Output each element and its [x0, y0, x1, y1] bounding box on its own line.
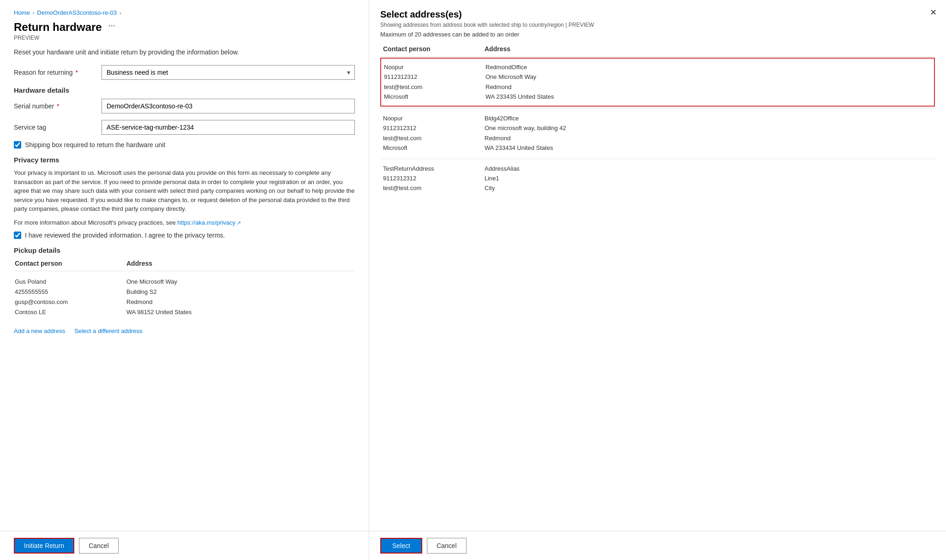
service-tag-input[interactable]	[102, 120, 355, 135]
breadcrumb-order[interactable]: DemoOrderAS3contoso-re-03	[37, 9, 117, 16]
reason-label: Reason for returning *	[14, 69, 97, 76]
addr3-city: City	[485, 183, 520, 193]
addr1-email: test@test.com	[384, 82, 485, 92]
addr2-name: Noopur	[383, 113, 485, 123]
agree-checkbox[interactable]	[14, 232, 21, 239]
address-line1: One Microsoft Way	[126, 277, 354, 287]
panel-note: Maximum of 20 addresses can be added to …	[380, 31, 935, 38]
page-description: Reset your hardware unit and initiate re…	[14, 48, 355, 56]
addr1-company: Microsoft	[384, 92, 485, 101]
addr-divider-2	[380, 159, 935, 159]
addr2-phone: 9112312312	[383, 123, 485, 133]
title-row: Return hardware PREVIEW ···	[14, 21, 355, 48]
hardware-section-title: Hardware details	[14, 86, 355, 94]
cancel-button-right[interactable]: Cancel	[427, 538, 467, 554]
addr1-contact: Noopur 9112312312 test@test.com Microsof…	[384, 62, 485, 102]
serial-input[interactable]	[102, 99, 355, 113]
pickup-table: Contact person Address Gus Poland 425555…	[14, 259, 355, 323]
service-tag-label: Service tag	[14, 124, 97, 131]
contact-email: gusp@contoso.com	[15, 297, 126, 307]
breadcrumb-sep1: ›	[33, 10, 35, 16]
contact-phone: 4255555555	[15, 287, 126, 297]
more-options-button[interactable]: ···	[107, 21, 117, 30]
addr1-city: Redmond	[485, 82, 554, 92]
addr3-contact: TestReturnAddress 9112312312 test@test.c…	[383, 164, 485, 193]
reason-row: Reason for returning * Business need is …	[14, 65, 355, 80]
add-new-address-link[interactable]: Add a new address	[14, 328, 65, 334]
agree-label: I have reviewed the provided information…	[25, 232, 225, 239]
right-bottom-bar: Select Cancel	[369, 531, 946, 560]
select-different-address-link[interactable]: Select a different address	[74, 328, 142, 334]
right-panel: ✕ Select address(es) Showing addresses f…	[369, 0, 946, 560]
addr2-line1: Bldg42Office	[485, 113, 566, 123]
addr-table-header: Contact person Address	[380, 45, 935, 57]
contact-company: Contoso LE	[15, 307, 126, 317]
service-tag-row: Service tag	[14, 120, 355, 135]
addr3-line2: Line1	[485, 173, 520, 183]
address-city: Redmond	[126, 297, 354, 307]
addr3-line1: AddressAlias	[485, 164, 520, 173]
pickup-col-contact: Contact person	[15, 260, 126, 271]
cancel-button-left[interactable]: Cancel	[79, 538, 119, 554]
privacy-text1: Your privacy is important to us. Microso…	[14, 168, 355, 214]
right-content: ✕ Select address(es) Showing addresses f…	[369, 0, 946, 531]
panel-subtitle: Showing addresses from address book with…	[380, 22, 935, 28]
pickup-data-row: Gus Poland 4255555555 gusp@contoso.com C…	[15, 272, 354, 322]
privacy-text2: For more information about Microsoft's p…	[14, 218, 355, 227]
pickup-col-address: Address	[126, 260, 354, 271]
address-row-3[interactable]: TestReturnAddress 9112312312 test@test.c…	[380, 160, 935, 197]
addr-col-address-header: Address	[485, 45, 510, 53]
pickup-section: Pickup details Contact person Address Gu…	[14, 246, 355, 334]
close-button[interactable]: ✕	[930, 7, 937, 18]
serial-label: Serial number *	[14, 102, 97, 110]
privacy-link[interactable]: https://aka.ms/privacy	[177, 219, 241, 226]
address-list: Noopur 9112312312 test@test.com Microsof…	[380, 58, 935, 197]
addr1-name: Noopur	[384, 62, 485, 72]
addr1-address: RedmondOffice One Microsoft Way Redmond …	[485, 62, 554, 102]
addr2-address: Bldg42Office One microsoft way, building…	[485, 113, 566, 153]
reason-select-wrapper: Business need is met	[102, 65, 355, 80]
contact-name: Gus Poland	[15, 277, 126, 287]
addr-divider-1	[380, 108, 935, 109]
shipping-checkbox-label: Shipping box required to return the hard…	[25, 141, 165, 149]
addr3-name: TestReturnAddress	[383, 164, 485, 173]
pickup-contact-info: Gus Poland 4255555555 gusp@contoso.com C…	[15, 272, 126, 322]
agree-checkbox-row: I have reviewed the provided information…	[14, 232, 355, 239]
addr1-phone: 9112312312	[384, 72, 485, 82]
addr1-line2: One Microsoft Way	[485, 72, 554, 82]
addr3-address: AddressAlias Line1 City	[485, 164, 520, 193]
required-star: *	[74, 69, 78, 76]
shipping-checkbox[interactable]	[14, 141, 21, 149]
left-bottom-bar: Initiate Return Cancel	[0, 531, 369, 560]
addr3-email: test@test.com	[383, 183, 485, 193]
breadcrumb-home[interactable]: Home	[14, 9, 30, 16]
addr1-region: WA 233435 United States	[485, 92, 554, 101]
pickup-address-info: One Microsoft Way Building S2 Redmond WA…	[126, 272, 354, 322]
reason-select[interactable]: Business need is met	[102, 65, 355, 80]
addr2-company: Microsoft	[383, 143, 485, 153]
pickup-section-title: Pickup details	[14, 246, 355, 254]
panel-title: Select address(es)	[380, 9, 935, 20]
initiate-return-button[interactable]: Initiate Return	[14, 538, 74, 554]
addr1-line1: RedmondOffice	[485, 62, 554, 72]
addr2-line2: One microsoft way, building 42	[485, 123, 566, 133]
address-line2: Building S2	[126, 287, 354, 297]
addr-col-contact-header: Contact person	[383, 45, 485, 53]
addr2-city: Redmond	[485, 133, 566, 143]
select-button[interactable]: Select	[380, 538, 422, 554]
left-content: Home › DemoOrderAS3contoso-re-03 › Retur…	[0, 0, 369, 531]
address-row-2[interactable]: Noopur 9112312312 test@test.com Microsof…	[380, 110, 935, 157]
left-panel: Home › DemoOrderAS3contoso-re-03 › Retur…	[0, 0, 369, 560]
pickup-links: Add a new address Select a different add…	[14, 328, 355, 334]
breadcrumb: Home › DemoOrderAS3contoso-re-03 ›	[14, 9, 355, 16]
addr2-contact: Noopur 9112312312 test@test.com Microsof…	[383, 113, 485, 153]
shipping-checkbox-row: Shipping box required to return the hard…	[14, 141, 355, 149]
addr2-email: test@test.com	[383, 133, 485, 143]
serial-row: Serial number *	[14, 99, 355, 113]
privacy-section-title: Privacy terms	[14, 156, 355, 164]
addr3-phone: 9112312312	[383, 173, 485, 183]
page-title: Return hardware PREVIEW	[14, 21, 102, 48]
addr2-region: WA 233434 United States	[485, 143, 566, 153]
breadcrumb-sep2: ›	[120, 10, 121, 16]
address-row-1[interactable]: Noopur 9112312312 test@test.com Microsof…	[380, 58, 935, 107]
